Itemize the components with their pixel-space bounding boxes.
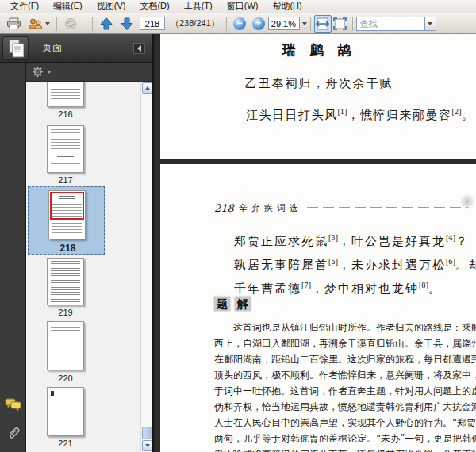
running-header: 218 辛弃疾词选 <box>214 202 468 214</box>
book-title: 辛弃疾词选 <box>239 202 302 214</box>
toolbar-separator <box>352 17 353 31</box>
menu-document[interactable]: 文档(D) <box>132 0 176 13</box>
paragraph-line: 这首词也是从镇江归铅山时所作。作者归去的路线是：乘船 <box>214 320 476 335</box>
thumbnail-label-219[interactable]: 219 <box>26 308 105 317</box>
printer-icon <box>6 17 21 30</box>
document-view: 瑞 鹧 鸪 乙丑奉祠归，舟次余干赋 江头日日打头风[1]，憔悴归来邴曼容[2]。… <box>152 34 476 452</box>
attachments-panel-button[interactable] <box>3 423 23 442</box>
zoom-out-icon: − <box>233 17 246 30</box>
commentary-paragraph: 这首词也是从镇江归铅山时所作。作者归去的路线是：乘船 西上，自湖口入鄱阳湖，再溯… <box>214 320 476 452</box>
thumbnail-page-218[interactable] <box>48 190 86 239</box>
poem-line-3: 孰居无事陪犀首[5]，未办求封遇万松[6]。却笑 <box>234 251 476 275</box>
toolbar-separator <box>310 17 311 31</box>
pages-panel-button[interactable] <box>2 36 29 60</box>
find-dropdown-caret <box>428 22 432 25</box>
zoom-dropdown-caret[interactable] <box>302 22 307 25</box>
menu-window[interactable]: 窗口(W) <box>220 0 266 13</box>
page-count-label: （238/241） <box>171 17 220 29</box>
paragraph-line: 顶头的西风，极不顺利。作者憔悴归来，意兴阑珊，将及家中，始 <box>214 367 476 383</box>
toolbar-separator <box>226 17 227 31</box>
page-number-input[interactable] <box>140 17 165 30</box>
navigation-panel-strip <box>0 34 26 452</box>
thumbnail-label-220[interactable]: 220 <box>26 373 105 383</box>
comments-icon <box>5 398 22 412</box>
document-page-217: 瑞 鹧 鸪 乙丑奉祠归，舟次余干赋 江头日日打头风[1]，憔悴归来邴曼容[2]。 <box>160 34 476 159</box>
menu-bar: 文件(F) 编辑(E) 视图(V) 文档(D) 工具(T) 窗口(W) 帮助(H… <box>0 0 476 13</box>
options-dropdown-caret[interactable] <box>47 71 52 74</box>
previous-page-button[interactable] <box>96 15 117 33</box>
scan-smudge <box>459 194 476 209</box>
toolbar-separator <box>92 17 93 31</box>
poem-subtitle: 乙丑奉祠归，舟次余干赋 <box>160 76 476 91</box>
paperclip-icon <box>6 424 21 442</box>
current-view-indicator[interactable] <box>50 192 84 220</box>
chevron-down-icon <box>145 444 150 447</box>
paragraph-line: 于词中一吐怀抱。这首词，作者直奔主题，针对用人问题上的虚 <box>214 383 476 399</box>
thumbnail-label-218[interactable]: 218 <box>29 243 107 254</box>
share-review-button-disabled <box>60 15 81 33</box>
thumbnail-page-220[interactable] <box>47 321 84 370</box>
zoom-level-input[interactable] <box>268 17 300 30</box>
menu-view[interactable]: 视图(V) <box>90 0 133 13</box>
poem-line-1: 江头日日打头风[1]，憔悴归来邴曼容[2]。 <box>246 108 474 123</box>
paragraph-line: 在鄱阳湖南，距铅山二百馀里。这次归家的旅程，每日都遭遇到 <box>214 351 476 367</box>
toolbar-separator <box>56 17 57 31</box>
paragraph-line: 伪和弄权，恰当地运用典故，愤怒地谴责韩侂胄利用广大抗金派 <box>214 399 476 415</box>
folio-number: 218 <box>214 202 234 214</box>
fit-width-button[interactable] <box>314 15 332 33</box>
find-dropdown-button[interactable] <box>424 17 436 31</box>
pages-panel-header: 页面 <box>0 34 152 63</box>
arrow-down-icon <box>120 17 134 31</box>
section-heading: 题解 <box>214 297 251 312</box>
users-icon <box>28 17 43 30</box>
scroll-down-button[interactable] <box>142 440 152 451</box>
fit-page-icon <box>333 17 347 30</box>
page-thumbnails-panel: 216 217 218 219 220 221 <box>26 82 152 452</box>
arrow-up-icon <box>99 17 113 31</box>
next-page-button[interactable] <box>117 15 137 33</box>
comments-panel-button[interactable] <box>3 395 23 414</box>
collaborate-dropdown-caret[interactable] <box>45 22 50 25</box>
menu-help[interactable]: 帮助(H) <box>265 0 309 13</box>
fit-width-icon <box>316 17 329 30</box>
paragraph-line: 西上，自湖口入鄱阳湖，再溯余干溪直归铅山。余干县，属饶州， <box>214 335 476 351</box>
document-page-218: 218 辛弃疾词选 郑贾正应求死鼠[3]，叶公岂是好真龙[4]？ 孰居无事陪犀首… <box>160 164 476 452</box>
scrollbar-thumb[interactable] <box>142 427 152 439</box>
poem-line-2: 郑贾正应求死鼠[3]，叶公岂是好真龙[4]？ <box>234 228 476 251</box>
fit-page-button[interactable] <box>332 15 349 33</box>
menu-file[interactable]: 文件(F) <box>3 0 46 13</box>
zoom-in-icon: + <box>252 17 265 30</box>
scroll-up-button[interactable] <box>142 82 152 94</box>
thumbnail-page-221[interactable] <box>47 387 84 436</box>
panel-options-row <box>26 63 152 82</box>
thumbnail-page-216[interactable] <box>47 82 84 107</box>
toolbar: （238/241） − + <box>0 13 476 34</box>
options-gear-icon[interactable] <box>32 66 44 78</box>
header-rule <box>307 207 468 209</box>
poem-title: 瑞 鹧 鸪 <box>160 41 476 59</box>
sync-icon <box>63 17 78 30</box>
chevron-up-icon <box>145 86 150 90</box>
thumbnails-scrollbar[interactable] <box>140 82 152 452</box>
thumbnail-page-217[interactable] <box>47 125 84 173</box>
menu-tools[interactable]: 工具(T) <box>177 0 220 13</box>
pages-icon <box>8 39 24 58</box>
print-button[interactable] <box>3 15 25 33</box>
zoom-out-button[interactable]: − <box>230 15 249 33</box>
poem-line-4: 千年曹孟德[7]，梦中相对也龙钟[8]。 <box>234 275 476 299</box>
thumbnail-selected-218[interactable]: 218 <box>28 186 105 255</box>
collapse-panel-button[interactable] <box>133 43 145 54</box>
find-input[interactable] <box>356 17 424 31</box>
collapse-icon <box>137 45 141 52</box>
thumbnail-label-217[interactable]: 217 <box>26 175 105 185</box>
collaborate-button[interactable] <box>25 15 53 33</box>
paragraph-line: 胄比喻成将要篡汉的安汉公王莽，语气极其严峻尖锐。公开声称 <box>214 446 476 452</box>
thumbnail-page-219[interactable] <box>47 258 84 305</box>
paragraph-line: 人士在人民心目中的崇高声望，实现其个人野心的行为。“郑贾” <box>214 415 476 431</box>
pages-panel-title: 页面 <box>42 41 63 55</box>
zoom-in-button[interactable]: + <box>249 15 268 33</box>
poem-body: 郑贾正应求死鼠[3]，叶公岂是好真龙[4]？ 孰居无事陪犀首[5]，未办求封遇万… <box>234 228 476 299</box>
menu-edit[interactable]: 编辑(E) <box>46 0 90 13</box>
thumbnail-label-216[interactable]: 216 <box>26 109 105 119</box>
thumbnail-label-221[interactable]: 221 <box>26 439 105 448</box>
